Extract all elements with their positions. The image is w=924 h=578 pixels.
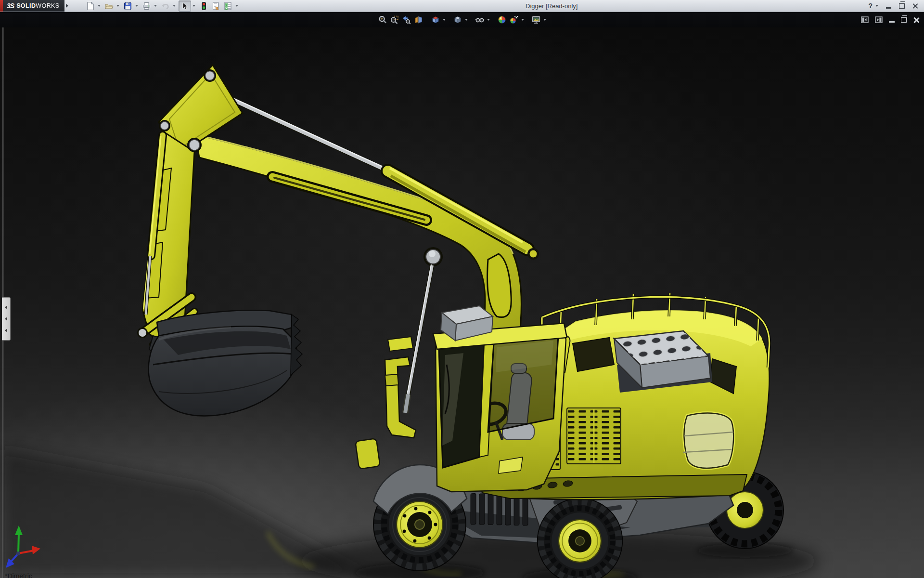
view-settings-monitor-icon (531, 15, 541, 25)
new-document-button[interactable] (85, 1, 96, 11)
file-properties-icon (211, 1, 220, 11)
zoom-to-fit-button[interactable] (377, 13, 389, 26)
open-dropdown[interactable] (116, 1, 120, 11)
apply-scene-button[interactable] (508, 13, 520, 26)
options-dropdown[interactable] (234, 1, 239, 11)
standard-toolbar (85, 0, 241, 12)
view-orientation-button[interactable] (430, 13, 442, 26)
expand-left-arrow-icon (5, 305, 7, 309)
doc-minimize-button[interactable] (889, 21, 895, 23)
view-orientation-dropdown[interactable] (442, 13, 447, 26)
select-cursor-icon (180, 1, 189, 11)
previous-view-button[interactable] (401, 13, 413, 26)
apply-scene-icon (509, 15, 519, 25)
undo-dropdown[interactable] (172, 1, 177, 11)
open-folder-icon (104, 1, 114, 11)
boom-arm (195, 86, 539, 342)
hide-show-items-button[interactable] (474, 13, 486, 26)
edit-appearance-button[interactable] (496, 13, 508, 26)
graphics-area[interactable]: *Dimetric (0, 27, 924, 578)
bucket-teeth (291, 315, 302, 375)
zoom-to-area-button[interactable] (389, 13, 401, 26)
display-style-dropdown[interactable] (464, 13, 469, 26)
view-settings-button[interactable] (530, 13, 542, 26)
view-orientation-cube-icon (431, 15, 440, 25)
solidworks-logo: 3S SOLIDWORKS (3, 0, 64, 12)
expand-left-arrow-icon (5, 328, 7, 332)
open-button[interactable] (103, 1, 115, 11)
doc-restore-button[interactable] (901, 17, 907, 23)
apply-scene-dropdown[interactable] (520, 13, 526, 26)
document-window-controls (861, 12, 919, 27)
edit-appearance-sphere-icon (497, 15, 507, 25)
view-orientation-label: *Dimetric (5, 572, 32, 578)
feature-manager-collapsed-tab[interactable] (2, 297, 11, 341)
save-button[interactable] (122, 1, 134, 11)
section-view-icon (414, 15, 424, 25)
digger-model-scene (0, 27, 924, 578)
pane-right-toggle-icon[interactable] (875, 16, 883, 23)
expand-left-arrow-icon (5, 317, 7, 321)
pane-left-toggle-icon[interactable] (861, 16, 869, 23)
select-dropdown[interactable] (192, 1, 196, 11)
minimize-button[interactable] (886, 7, 891, 9)
menu-expand-arrow-icon[interactable] (66, 4, 68, 8)
section-view-button[interactable] (413, 13, 425, 26)
options-icon (223, 1, 232, 11)
zoom-to-area-icon (390, 15, 399, 25)
display-style-button[interactable] (452, 13, 464, 26)
hud-group (377, 13, 425, 26)
previous-view-icon (402, 15, 411, 25)
title-bar: 3S SOLIDWORKS (0, 0, 924, 12)
app-window-controls: ? (868, 2, 924, 10)
select-button[interactable] (179, 0, 191, 12)
close-button[interactable] (912, 3, 918, 9)
hide-show-glasses-icon (475, 15, 485, 25)
display-style-cube-icon (453, 15, 462, 25)
print-dropdown[interactable] (153, 1, 158, 11)
file-properties-button[interactable] (210, 1, 222, 11)
hide-show-items-dropdown[interactable] (486, 13, 491, 26)
doc-close-button[interactable] (913, 17, 919, 23)
side-grille-right (567, 408, 621, 464)
print-button[interactable] (141, 1, 153, 11)
bucket (149, 310, 302, 416)
undo-icon (161, 1, 170, 11)
undo-button[interactable] (160, 1, 171, 11)
wheel-rear-left (538, 499, 623, 578)
solidworks-wordmark: SOLIDWORKS (16, 2, 59, 9)
rebuild-button[interactable] (198, 1, 210, 11)
new-document-dropdown[interactable] (97, 1, 102, 11)
cab (355, 264, 567, 492)
print-icon (142, 1, 151, 11)
options-button[interactable] (222, 1, 234, 11)
save-dropdown[interactable] (134, 1, 139, 11)
rear-window (684, 413, 733, 468)
view-settings-dropdown[interactable] (542, 13, 548, 26)
save-floppy-icon (123, 1, 132, 11)
rebuild-traffic-light-icon (199, 1, 208, 11)
document-title: Digger [Read-only] (526, 2, 578, 10)
new-document-icon (86, 1, 95, 11)
help-button[interactable]: ? (868, 2, 873, 10)
help-dropdown[interactable] (875, 5, 878, 7)
3ds-logo-mark: 3S (7, 2, 14, 10)
restore-button[interactable] (899, 3, 905, 9)
zoom-to-fit-icon (378, 15, 387, 25)
heads-up-view-toolbar (0, 12, 924, 27)
side-mirror-flap (355, 438, 380, 469)
